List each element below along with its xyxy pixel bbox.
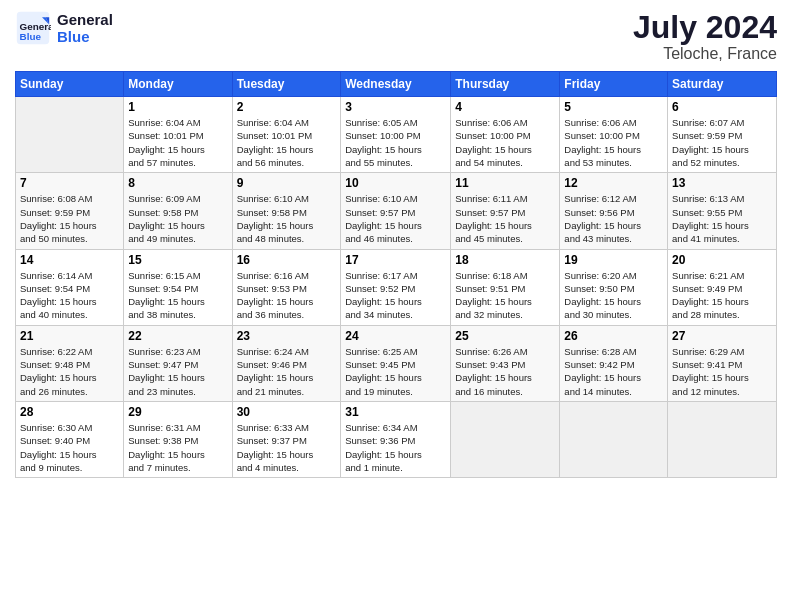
day-info: Sunrise: 6:29 AMSunset: 9:41 PMDaylight:…	[672, 345, 772, 398]
day-info: Sunrise: 6:17 AMSunset: 9:52 PMDaylight:…	[345, 269, 446, 322]
day-info: Sunrise: 6:11 AMSunset: 9:57 PMDaylight:…	[455, 192, 555, 245]
day-info: Sunrise: 6:07 AMSunset: 9:59 PMDaylight:…	[672, 116, 772, 169]
calendar-cell	[451, 401, 560, 477]
col-wednesday: Wednesday	[341, 72, 451, 97]
calendar-cell: 28Sunrise: 6:30 AMSunset: 9:40 PMDayligh…	[16, 401, 124, 477]
day-info: Sunrise: 6:08 AMSunset: 9:59 PMDaylight:…	[20, 192, 119, 245]
day-info: Sunrise: 6:30 AMSunset: 9:40 PMDaylight:…	[20, 421, 119, 474]
col-monday: Monday	[124, 72, 232, 97]
day-number: 26	[564, 329, 663, 343]
location-subtitle: Teloche, France	[633, 45, 777, 63]
day-info: Sunrise: 6:05 AMSunset: 10:00 PMDaylight…	[345, 116, 446, 169]
calendar-cell: 21Sunrise: 6:22 AMSunset: 9:48 PMDayligh…	[16, 325, 124, 401]
day-number: 11	[455, 176, 555, 190]
calendar-cell: 26Sunrise: 6:28 AMSunset: 9:42 PMDayligh…	[560, 325, 668, 401]
day-info: Sunrise: 6:28 AMSunset: 9:42 PMDaylight:…	[564, 345, 663, 398]
calendar-cell: 9Sunrise: 6:10 AMSunset: 9:58 PMDaylight…	[232, 173, 341, 249]
day-number: 23	[237, 329, 337, 343]
calendar-cell: 5Sunrise: 6:06 AMSunset: 10:00 PMDayligh…	[560, 97, 668, 173]
calendar-cell: 8Sunrise: 6:09 AMSunset: 9:58 PMDaylight…	[124, 173, 232, 249]
day-number: 6	[672, 100, 772, 114]
day-number: 20	[672, 253, 772, 267]
day-number: 9	[237, 176, 337, 190]
day-number: 29	[128, 405, 227, 419]
calendar-cell: 31Sunrise: 6:34 AMSunset: 9:36 PMDayligh…	[341, 401, 451, 477]
calendar-cell: 27Sunrise: 6:29 AMSunset: 9:41 PMDayligh…	[668, 325, 777, 401]
day-info: Sunrise: 6:04 AMSunset: 10:01 PMDaylight…	[128, 116, 227, 169]
day-info: Sunrise: 6:12 AMSunset: 9:56 PMDaylight:…	[564, 192, 663, 245]
calendar-week-4: 21Sunrise: 6:22 AMSunset: 9:48 PMDayligh…	[16, 325, 777, 401]
day-number: 21	[20, 329, 119, 343]
calendar-cell: 20Sunrise: 6:21 AMSunset: 9:49 PMDayligh…	[668, 249, 777, 325]
day-number: 25	[455, 329, 555, 343]
calendar-cell: 13Sunrise: 6:13 AMSunset: 9:55 PMDayligh…	[668, 173, 777, 249]
day-info: Sunrise: 6:34 AMSunset: 9:36 PMDaylight:…	[345, 421, 446, 474]
calendar-week-5: 28Sunrise: 6:30 AMSunset: 9:40 PMDayligh…	[16, 401, 777, 477]
month-year-title: July 2024	[633, 10, 777, 45]
calendar-cell: 11Sunrise: 6:11 AMSunset: 9:57 PMDayligh…	[451, 173, 560, 249]
col-tuesday: Tuesday	[232, 72, 341, 97]
logo-text-line1: General	[57, 11, 113, 28]
day-number: 31	[345, 405, 446, 419]
day-info: Sunrise: 6:09 AMSunset: 9:58 PMDaylight:…	[128, 192, 227, 245]
day-info: Sunrise: 6:10 AMSunset: 9:57 PMDaylight:…	[345, 192, 446, 245]
day-number: 7	[20, 176, 119, 190]
calendar-cell: 3Sunrise: 6:05 AMSunset: 10:00 PMDayligh…	[341, 97, 451, 173]
calendar-cell: 10Sunrise: 6:10 AMSunset: 9:57 PMDayligh…	[341, 173, 451, 249]
day-info: Sunrise: 6:33 AMSunset: 9:37 PMDaylight:…	[237, 421, 337, 474]
calendar-cell: 29Sunrise: 6:31 AMSunset: 9:38 PMDayligh…	[124, 401, 232, 477]
day-info: Sunrise: 6:31 AMSunset: 9:38 PMDaylight:…	[128, 421, 227, 474]
calendar-header-row: Sunday Monday Tuesday Wednesday Thursday…	[16, 72, 777, 97]
calendar-cell: 22Sunrise: 6:23 AMSunset: 9:47 PMDayligh…	[124, 325, 232, 401]
day-info: Sunrise: 6:24 AMSunset: 9:46 PMDaylight:…	[237, 345, 337, 398]
calendar-week-2: 7Sunrise: 6:08 AMSunset: 9:59 PMDaylight…	[16, 173, 777, 249]
day-info: Sunrise: 6:13 AMSunset: 9:55 PMDaylight:…	[672, 192, 772, 245]
logo-text-line2: Blue	[57, 28, 113, 45]
day-info: Sunrise: 6:26 AMSunset: 9:43 PMDaylight:…	[455, 345, 555, 398]
day-number: 5	[564, 100, 663, 114]
calendar-cell: 24Sunrise: 6:25 AMSunset: 9:45 PMDayligh…	[341, 325, 451, 401]
day-number: 17	[345, 253, 446, 267]
day-info: Sunrise: 6:10 AMSunset: 9:58 PMDaylight:…	[237, 192, 337, 245]
title-block: July 2024 Teloche, France	[633, 10, 777, 63]
page-container: General Blue General Blue July 2024 Telo…	[0, 0, 792, 488]
day-number: 18	[455, 253, 555, 267]
day-info: Sunrise: 6:16 AMSunset: 9:53 PMDaylight:…	[237, 269, 337, 322]
day-number: 16	[237, 253, 337, 267]
logo: General Blue General Blue	[15, 10, 113, 46]
calendar-cell: 19Sunrise: 6:20 AMSunset: 9:50 PMDayligh…	[560, 249, 668, 325]
calendar-cell: 17Sunrise: 6:17 AMSunset: 9:52 PMDayligh…	[341, 249, 451, 325]
calendar-cell: 2Sunrise: 6:04 AMSunset: 10:01 PMDayligh…	[232, 97, 341, 173]
day-number: 12	[564, 176, 663, 190]
day-number: 14	[20, 253, 119, 267]
svg-text:Blue: Blue	[20, 31, 42, 42]
day-number: 15	[128, 253, 227, 267]
calendar-cell: 12Sunrise: 6:12 AMSunset: 9:56 PMDayligh…	[560, 173, 668, 249]
day-info: Sunrise: 6:22 AMSunset: 9:48 PMDaylight:…	[20, 345, 119, 398]
day-info: Sunrise: 6:21 AMSunset: 9:49 PMDaylight:…	[672, 269, 772, 322]
day-info: Sunrise: 6:14 AMSunset: 9:54 PMDaylight:…	[20, 269, 119, 322]
calendar-table: Sunday Monday Tuesday Wednesday Thursday…	[15, 71, 777, 478]
calendar-cell	[16, 97, 124, 173]
day-number: 28	[20, 405, 119, 419]
calendar-cell: 15Sunrise: 6:15 AMSunset: 9:54 PMDayligh…	[124, 249, 232, 325]
day-info: Sunrise: 6:15 AMSunset: 9:54 PMDaylight:…	[128, 269, 227, 322]
calendar-cell	[668, 401, 777, 477]
calendar-week-1: 1Sunrise: 6:04 AMSunset: 10:01 PMDayligh…	[16, 97, 777, 173]
day-info: Sunrise: 6:25 AMSunset: 9:45 PMDaylight:…	[345, 345, 446, 398]
day-number: 4	[455, 100, 555, 114]
day-info: Sunrise: 6:18 AMSunset: 9:51 PMDaylight:…	[455, 269, 555, 322]
calendar-cell	[560, 401, 668, 477]
day-info: Sunrise: 6:20 AMSunset: 9:50 PMDaylight:…	[564, 269, 663, 322]
day-info: Sunrise: 6:23 AMSunset: 9:47 PMDaylight:…	[128, 345, 227, 398]
day-number: 8	[128, 176, 227, 190]
day-number: 13	[672, 176, 772, 190]
calendar-cell: 14Sunrise: 6:14 AMSunset: 9:54 PMDayligh…	[16, 249, 124, 325]
day-number: 19	[564, 253, 663, 267]
day-info: Sunrise: 6:06 AMSunset: 10:00 PMDaylight…	[564, 116, 663, 169]
calendar-cell: 16Sunrise: 6:16 AMSunset: 9:53 PMDayligh…	[232, 249, 341, 325]
col-saturday: Saturday	[668, 72, 777, 97]
day-number: 1	[128, 100, 227, 114]
day-number: 22	[128, 329, 227, 343]
calendar-cell: 18Sunrise: 6:18 AMSunset: 9:51 PMDayligh…	[451, 249, 560, 325]
